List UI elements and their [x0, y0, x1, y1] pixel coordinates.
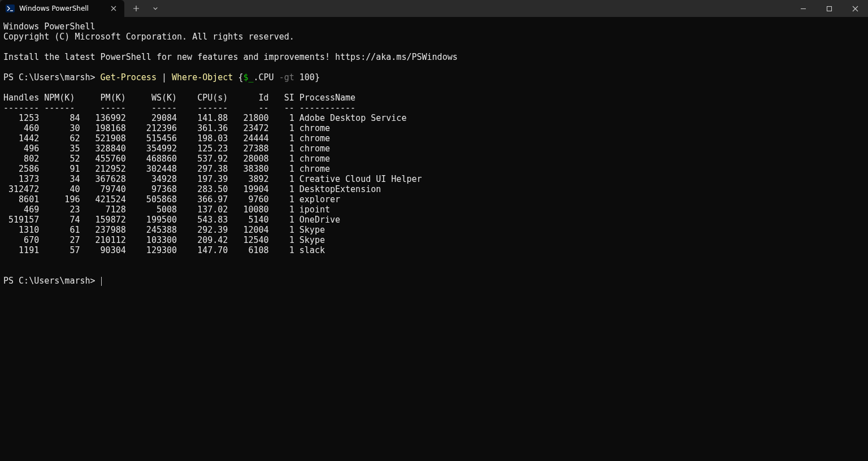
- blank-line: [3, 82, 865, 93]
- close-tab-button[interactable]: [108, 3, 119, 14]
- blank-line: [3, 266, 865, 276]
- table-row: 1191 57 90304 129300 147.70 6108 1 slack: [3, 245, 865, 255]
- table-row: 312472 40 79740 97368 283.50 19904 1 Des…: [3, 184, 865, 194]
- terminal-body[interactable]: Windows PowerShellCopyright (C) Microsof…: [0, 17, 868, 461]
- table-row: 460 30 198168 212396 361.36 23472 1 chro…: [3, 123, 865, 133]
- blank-line: [3, 255, 865, 266]
- svg-rect-0: [6, 5, 15, 12]
- table-underline: ------- ------ ----- ----- ------ -- -- …: [3, 103, 865, 113]
- cmdlet: Get-Process: [101, 72, 157, 82]
- maximize-button[interactable]: [816, 0, 842, 17]
- banner-line: Copyright (C) Microsoft Corporation. All…: [3, 32, 865, 42]
- new-tab-button[interactable]: [128, 0, 145, 17]
- brace: }: [315, 72, 320, 82]
- prompt-line[interactable]: PS C:\Users\marsh>: [3, 276, 865, 286]
- prompt: PS C:\Users\marsh>: [3, 276, 101, 286]
- powershell-icon: [6, 4, 15, 13]
- blank-line: [3, 42, 865, 52]
- close-window-button[interactable]: [842, 0, 868, 17]
- table-row: 802 52 455760 468860 537.92 28008 1 chro…: [3, 154, 865, 164]
- table-row: 670 27 210112 103300 209.42 12540 1 Skyp…: [3, 235, 865, 245]
- titlebar-drag-region[interactable]: [164, 0, 790, 17]
- minimize-button[interactable]: [790, 0, 816, 17]
- table-row: 2586 91 212952 302448 297.38 38380 1 chr…: [3, 164, 865, 174]
- tabbar-controls: [124, 0, 164, 17]
- table-row: 519157 74 159872 199500 543.83 5140 1 On…: [3, 215, 865, 225]
- banner-line: Windows PowerShell: [3, 21, 865, 32]
- table-row: 8601 196 421524 505868 366.97 9760 1 exp…: [3, 194, 865, 205]
- table-row: 1253 84 136992 29084 141.88 21800 1 Adob…: [3, 113, 865, 123]
- tab-dropdown-button[interactable]: [147, 0, 164, 17]
- cmdlet: Where-Object: [172, 72, 233, 82]
- prompt: PS C:\Users\marsh>: [3, 72, 101, 82]
- install-line: Install the latest PowerShell for new fe…: [3, 52, 865, 62]
- table-row: 469 23 7128 5008 137.02 10080 1 ipoint: [3, 205, 865, 215]
- svg-rect-1: [827, 6, 831, 11]
- table-row: 1373 34 367628 34928 197.39 3892 1 Creat…: [3, 174, 865, 184]
- blank-line: [3, 62, 865, 72]
- table-row: 1442 62 521908 515456 198.03 24444 1 chr…: [3, 133, 865, 143]
- terminal-window: Windows PowerShell Windows: [0, 0, 868, 461]
- cursor: [101, 277, 102, 286]
- pipe: |: [157, 72, 172, 82]
- titlebar[interactable]: Windows PowerShell: [0, 0, 868, 17]
- brace: {: [233, 72, 243, 82]
- table-row: 1310 61 237988 245388 292.39 12004 1 Sky…: [3, 225, 865, 235]
- table-header: Handles NPM(K) PM(K) WS(K) CPU(s) Id SI …: [3, 93, 865, 103]
- tab-powershell[interactable]: Windows PowerShell: [0, 0, 124, 17]
- operator: -gt: [279, 72, 294, 82]
- number: 100: [294, 72, 315, 82]
- automatic-variable: $_: [243, 72, 253, 82]
- table-row: 496 35 328840 354992 125.23 27388 1 chro…: [3, 143, 865, 154]
- property: .CPU: [254, 72, 279, 82]
- window-controls: [790, 0, 868, 17]
- tab-title: Windows PowerShell: [19, 5, 104, 12]
- prompt-line: PS C:\Users\marsh> Get-Process | Where-O…: [3, 72, 865, 82]
